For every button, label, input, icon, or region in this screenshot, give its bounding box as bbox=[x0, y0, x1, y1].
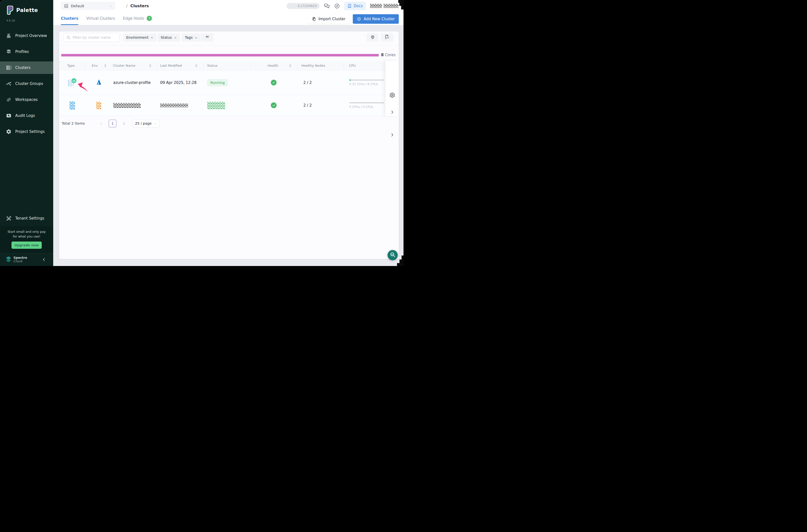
network-icon bbox=[6, 81, 12, 87]
sidebar-item-tenant-settings[interactable]: Tenant Settings bbox=[0, 212, 53, 225]
column-header-last-modified: Last Modified bbox=[157, 61, 203, 70]
sidebar-item-label: Tenant Settings bbox=[15, 216, 44, 221]
add-new-cluster-button[interactable]: Add New Cluster bbox=[353, 14, 399, 24]
chevron-down-icon bbox=[150, 36, 153, 39]
cluster-row-redacted[interactable]: 2 / 2 0 CPUs / 0 CPUs bbox=[59, 95, 386, 116]
tab-virtual-clusters[interactable]: Virtual Clusters bbox=[86, 12, 115, 25]
table-action-column bbox=[386, 61, 399, 116]
sort-icon[interactable] bbox=[149, 64, 151, 68]
page-size-value: 25 / page bbox=[135, 121, 151, 126]
column-header-env: Env bbox=[85, 61, 112, 70]
redacted-cluster-name bbox=[113, 103, 140, 108]
cpu-usage-label: 0.31 CPUs / 8 CPUs bbox=[349, 82, 378, 86]
location-pin-icon bbox=[370, 35, 375, 40]
sidebar: Palette 4.6.18 Project Overview Profiles bbox=[0, 0, 53, 266]
user-name-redacted bbox=[370, 4, 398, 8]
svg-text:csv: csv bbox=[387, 37, 389, 38]
status-cell: Running bbox=[203, 71, 250, 95]
breadcrumb-separator: / bbox=[126, 3, 128, 8]
sidebar-item-clusters[interactable]: Clusters bbox=[0, 61, 53, 74]
spectro-cloud-brand: Spectro Cloud bbox=[5, 256, 27, 263]
upgrade-promo: Start small and only payfor what you use… bbox=[0, 226, 53, 253]
top-bar: Default / Clusters 0.17/100kCh Docs bbox=[53, 0, 404, 12]
row-expand-chevron-icon[interactable] bbox=[390, 110, 394, 114]
healthy-nodes-cell: 2 / 2 bbox=[297, 71, 343, 95]
cluster-row-azure[interactable]: azure-cluster-profile 09 Apr 2025, 12:28… bbox=[59, 71, 386, 95]
cluster-name-cell[interactable]: azure-cluster-profile bbox=[112, 71, 157, 95]
cluster-type-cell bbox=[59, 95, 85, 116]
redacted-env-icon bbox=[96, 102, 101, 109]
sort-icon[interactable] bbox=[289, 64, 291, 68]
sidebar-item-profiles[interactable]: Profiles bbox=[0, 45, 53, 58]
magnifier-smile-icon bbox=[390, 252, 395, 259]
edge-hosts-count-badge: 7 bbox=[147, 16, 152, 21]
tags-filter-dropdown[interactable]: Tags bbox=[182, 34, 201, 41]
table-settings-gear-icon[interactable] bbox=[390, 92, 395, 98]
next-page-icon[interactable] bbox=[122, 122, 126, 125]
status-filter-dropdown[interactable]: Status bbox=[158, 34, 180, 41]
divider bbox=[59, 45, 399, 45]
previous-page-icon[interactable] bbox=[99, 122, 103, 125]
pagination: Total 2 items 1 25 / page bbox=[62, 119, 159, 127]
spectro-cloud-logo-icon bbox=[5, 256, 12, 263]
project-icon bbox=[64, 4, 69, 8]
more-filters-button[interactable] bbox=[201, 34, 213, 41]
sort-icon[interactable] bbox=[104, 64, 107, 68]
upgrade-now-button[interactable]: Upgrade now bbox=[12, 242, 42, 249]
servers-icon bbox=[6, 65, 12, 71]
docs-button[interactable]: Docs bbox=[344, 2, 366, 10]
cluster-search bbox=[63, 33, 119, 42]
sidebar-item-cluster-groups[interactable]: Cluster Groups bbox=[0, 77, 53, 90]
tab-clusters[interactable]: Clusters bbox=[61, 12, 78, 25]
collapse-sidebar-icon[interactable] bbox=[42, 257, 46, 262]
health-check-icon bbox=[271, 102, 277, 108]
column-header-cpu: CPU bbox=[343, 61, 386, 70]
environment-filter-dropdown[interactable]: Environment bbox=[123, 34, 156, 41]
orbit-icon bbox=[6, 97, 12, 102]
project-selector[interactable]: Default bbox=[61, 2, 115, 10]
sidebar-item-label: Project Overview bbox=[15, 34, 47, 38]
sidebar-item-label: Clusters bbox=[15, 65, 31, 70]
csv-file-icon: csv bbox=[384, 35, 390, 40]
cpu-usage-bar bbox=[349, 79, 384, 81]
usage-quota-badge: 0.17/100kCh bbox=[286, 3, 320, 9]
sidebar-item-project-settings[interactable]: Project Settings bbox=[0, 126, 53, 138]
support-search-fab[interactable] bbox=[388, 250, 398, 260]
cluster-type-cell bbox=[59, 71, 85, 95]
cpu-cell: 0 CPUs / 0 CPUs bbox=[343, 95, 386, 116]
search-input[interactable] bbox=[73, 36, 116, 39]
sidebar-item-workspaces[interactable]: Workspaces bbox=[0, 93, 53, 106]
export-csv-button[interactable]: csv bbox=[381, 34, 393, 41]
tools-icon bbox=[6, 215, 12, 221]
sidebar-item-project-overview[interactable]: Project Overview bbox=[0, 30, 53, 42]
palette-logo: Palette bbox=[6, 5, 38, 16]
map-view-button[interactable] bbox=[367, 34, 378, 41]
tab-edge-hosts[interactable]: Edge Hosts 7 bbox=[123, 12, 152, 25]
brand-line1: Spectro bbox=[14, 256, 27, 260]
cluster-type-icon bbox=[68, 78, 77, 88]
page-number-button[interactable]: 1 bbox=[109, 120, 116, 127]
last-modified-cell bbox=[157, 95, 203, 116]
row-expand-chevron-icon[interactable] bbox=[390, 133, 394, 137]
azure-icon bbox=[95, 79, 102, 87]
sidebar-item-label: Audit Logs bbox=[15, 113, 35, 118]
chat-icon[interactable] bbox=[324, 3, 330, 9]
tab-label: Clusters bbox=[61, 16, 78, 21]
sort-icon[interactable] bbox=[195, 64, 198, 68]
app-version: 4.6.18 bbox=[6, 19, 15, 22]
sidebar-item-audit-logs[interactable]: Audit Logs bbox=[0, 109, 53, 122]
redacted-text-block bbox=[383, 4, 398, 8]
compass-icon[interactable] bbox=[334, 3, 340, 9]
import-cluster-button[interactable]: Import Cluster bbox=[308, 14, 350, 24]
tab-label: Virtual Clusters bbox=[86, 16, 115, 21]
status-filter-label: Status bbox=[161, 36, 172, 39]
column-header-type: Type bbox=[59, 61, 85, 70]
logo-text: Palette bbox=[16, 7, 38, 13]
env-cell bbox=[85, 95, 112, 116]
gear-icon bbox=[6, 129, 12, 134]
page-size-select[interactable]: 25 / page bbox=[133, 120, 159, 127]
search-icon bbox=[67, 36, 71, 39]
add-new-cluster-label: Add New Cluster bbox=[363, 17, 395, 21]
chevron-down-icon bbox=[154, 122, 157, 125]
project-selector-value: Default bbox=[71, 4, 106, 8]
